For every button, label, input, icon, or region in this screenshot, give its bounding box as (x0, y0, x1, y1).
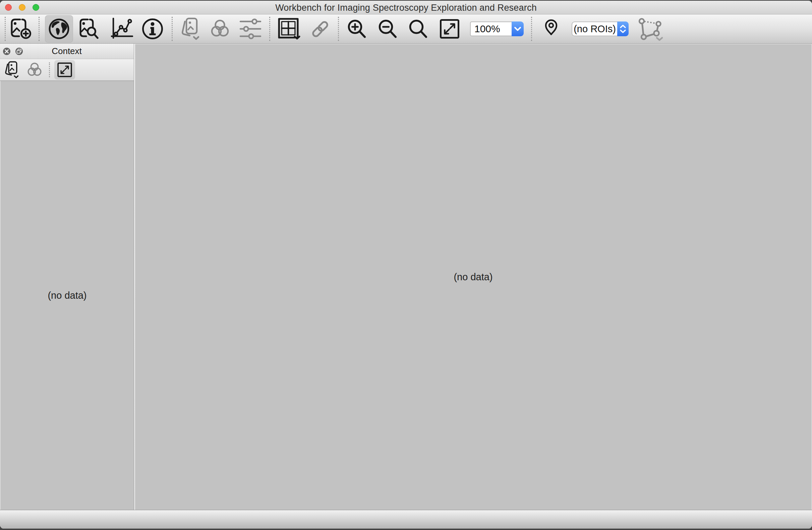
zoom-out-button[interactable] (377, 15, 398, 43)
location-pin-icon (543, 19, 559, 39)
context-empty-placeholder: (no data) (48, 290, 87, 301)
roi-selector-value[interactable]: (no ROIs) (571, 22, 617, 36)
main-image-view: (no data) (135, 44, 812, 510)
toolbar-separator (338, 17, 339, 41)
toolbar-separator (49, 62, 50, 77)
link-views-button (308, 15, 332, 43)
context-band-combination-button (26, 60, 43, 80)
info-button[interactable] (141, 15, 164, 43)
toolbar-separator (531, 17, 532, 41)
zoom-level-combobox[interactable]: 100% (470, 22, 524, 36)
statusbar (0, 510, 812, 529)
close-icon (3, 47, 11, 55)
add-image-icon (10, 18, 32, 39)
context-panel-body: (no data) (0, 81, 134, 510)
main-empty-placeholder: (no data) (454, 271, 493, 283)
sliders-icon (240, 18, 261, 39)
globe-icon (48, 18, 70, 40)
context-panel-toolbar (0, 59, 134, 81)
polygon-roi-button (637, 15, 664, 43)
line-chart-icon (111, 18, 134, 40)
detach-window-icon (15, 47, 23, 55)
inspect-image-button[interactable] (78, 15, 100, 43)
app-window: Workbench for Imaging Spectroscopy Explo… (0, 1, 812, 529)
window-title: Workbench for Imaging Spectroscopy Explo… (0, 1, 812, 14)
chevron-down-icon (514, 27, 521, 31)
polygon-roi-icon (637, 16, 664, 41)
venn-circles-icon (209, 19, 231, 38)
zoom-combo-dropdown-button[interactable] (512, 22, 524, 36)
add-image-button[interactable] (10, 15, 32, 43)
image-stack-icon (3, 61, 21, 79)
fit-to-window-button[interactable] (439, 15, 460, 43)
location-pin-button[interactable] (543, 15, 559, 43)
roi-popup-stepper-button[interactable] (617, 22, 628, 36)
band-combination-button (209, 15, 231, 43)
expand-icon (57, 62, 73, 78)
context-panel: Context (0, 44, 134, 510)
toolbar-separator (39, 17, 40, 41)
close-panel-button[interactable] (3, 47, 11, 55)
screen: Workbench for Imaging Spectroscopy Explo… (0, 0, 812, 530)
zoom-in-icon (346, 18, 367, 39)
spectrum-plot-button[interactable] (111, 15, 134, 43)
context-panel-title: Context (23, 46, 110, 56)
main-toolbar: 100% (no ROIs) (0, 14, 812, 44)
image-stack-icon (179, 17, 202, 41)
grid-panes-icon (278, 17, 300, 41)
search-button[interactable] (407, 15, 429, 43)
venn-circles-icon (26, 62, 43, 77)
zoom-level-value[interactable]: 100% (470, 22, 512, 36)
split-view-button[interactable] (278, 15, 300, 43)
info-icon (142, 18, 163, 40)
toolbar-separator (172, 17, 173, 41)
zoom-in-button[interactable] (346, 15, 368, 43)
panel-header-buttons (0, 47, 23, 55)
image-stack-button (179, 15, 203, 43)
link-icon (309, 18, 332, 39)
titlebar: Workbench for Imaging Spectroscopy Explo… (0, 1, 812, 14)
chevron-up-down-icon (620, 25, 626, 33)
magnifier-icon (408, 18, 429, 39)
content-area: Context (0, 44, 812, 510)
image-magnifier-icon (78, 18, 100, 39)
zoom-out-icon (377, 18, 398, 39)
expand-icon (439, 18, 460, 40)
context-image-stack-button[interactable] (3, 60, 21, 80)
toolbar-separator (5, 17, 6, 41)
context-panel-header: Context (0, 44, 134, 59)
context-fit-to-window-button[interactable] (54, 60, 75, 80)
adjustments-button (238, 15, 262, 43)
toolbar-separator (269, 17, 270, 41)
context-view-button[interactable] (45, 15, 73, 43)
detach-panel-button[interactable] (15, 47, 23, 55)
roi-selector-popup[interactable]: (no ROIs) (571, 22, 628, 36)
